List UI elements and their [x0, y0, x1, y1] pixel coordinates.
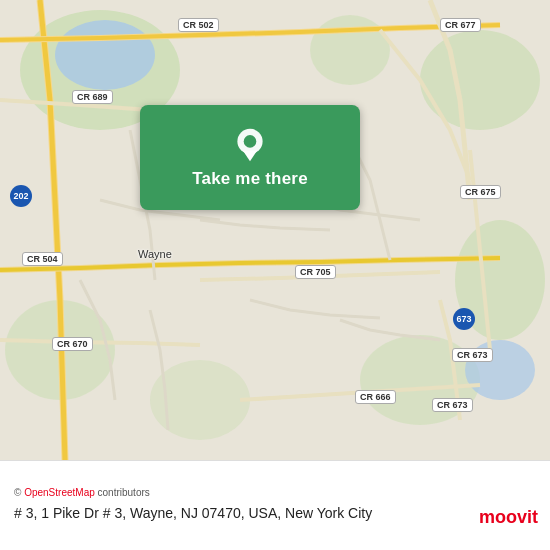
badge-cr673b: CR 673: [432, 398, 473, 412]
take-me-there-button[interactable]: Take me there: [140, 105, 360, 210]
svg-point-11: [244, 135, 257, 148]
moovit-oo: oo: [495, 507, 517, 527]
osm-suffix: contributors: [98, 487, 150, 498]
badge-cr677: CR 677: [440, 18, 481, 32]
svg-marker-12: [243, 150, 257, 161]
badge-rt673: 673: [453, 308, 475, 330]
badge-cr504: CR 504: [22, 252, 63, 266]
svg-point-7: [310, 15, 390, 85]
moovit-it: it: [527, 507, 538, 527]
badge-cr689: CR 689: [72, 90, 113, 104]
badge-rt202: 202: [10, 185, 32, 207]
moovit-logo-text: moovit: [479, 507, 538, 528]
wayne-label: Wayne: [138, 248, 172, 260]
info-bar: © OpenStreetMap contributors # 3, 1 Pike…: [0, 460, 550, 550]
svg-point-8: [55, 20, 155, 90]
svg-point-2: [420, 30, 540, 130]
osm-credit: © OpenStreetMap contributors: [14, 487, 536, 498]
moovit-logo: moovit: [479, 507, 538, 528]
app-container: CR 502 CR 677 CR 689 CR 675 CR 504 CR 70…: [0, 0, 550, 550]
badge-cr675: CR 675: [460, 185, 501, 199]
moovit-v: v: [517, 507, 527, 527]
pin-icon: [232, 127, 268, 163]
cta-label: Take me there: [192, 169, 308, 189]
osm-link[interactable]: OpenStreetMap: [24, 487, 95, 498]
badge-cr670: CR 670: [52, 337, 93, 351]
map-svg: [0, 0, 550, 460]
badge-cr673a: CR 673: [452, 348, 493, 362]
copyright-symbol: ©: [14, 487, 21, 498]
badge-cr705: CR 705: [295, 265, 336, 279]
moovit-m: m: [479, 507, 495, 527]
address-line: # 3, 1 Pike Dr # 3, Wayne, NJ 07470, USA…: [14, 504, 536, 524]
badge-cr666: CR 666: [355, 390, 396, 404]
badge-cr502: CR 502: [178, 18, 219, 32]
map-area: CR 502 CR 677 CR 689 CR 675 CR 504 CR 70…: [0, 0, 550, 460]
